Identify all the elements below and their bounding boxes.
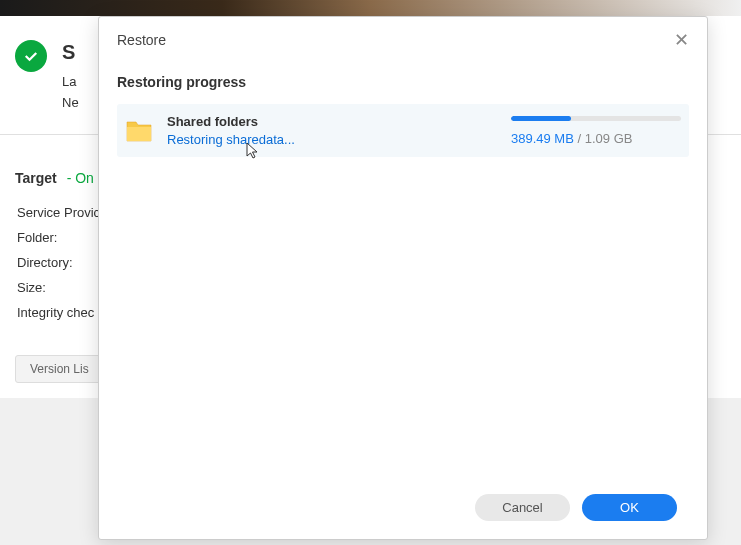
restore-item-progress: 389.49 MB / 1.09 GB [511,116,681,146]
status-text-block: S La Ne [62,36,79,114]
progress-section-title: Restoring progress [117,74,689,90]
progress-bar [511,116,681,121]
close-icon[interactable]: ✕ [674,31,689,49]
last-backup-line: La [62,72,79,93]
modal-body: Restoring progress Shared folders Restor… [99,64,707,482]
modal-footer: Cancel OK [99,482,707,539]
folder-icon [125,119,153,143]
next-backup-line: Ne [62,93,79,114]
progress-total-size: 1.09 GB [585,131,633,146]
target-online-status: - On [67,170,94,186]
restore-item-row: Shared folders Restoring sharedata... 38… [117,104,689,157]
ok-button[interactable]: OK [582,494,677,521]
progress-bar-fill [511,116,571,121]
status-title: S [62,36,79,68]
restore-modal: Restore ✕ Restoring progress Shared fold… [98,16,708,540]
progress-current-size: 389.49 MB [511,131,574,146]
restore-item-name: Shared folders [167,114,497,129]
progress-text: 389.49 MB / 1.09 GB [511,131,681,146]
cancel-button[interactable]: Cancel [475,494,570,521]
target-label: Target [15,170,57,186]
progress-separator: / [574,131,585,146]
window-top-bar [0,0,741,16]
version-list-button[interactable]: Version Lis [15,355,104,383]
modal-header: Restore ✕ [99,17,707,64]
restore-item-status: Restoring sharedata... [167,132,497,147]
success-check-icon [15,40,47,72]
modal-title: Restore [117,32,166,48]
restore-item-info: Shared folders Restoring sharedata... [167,114,497,147]
